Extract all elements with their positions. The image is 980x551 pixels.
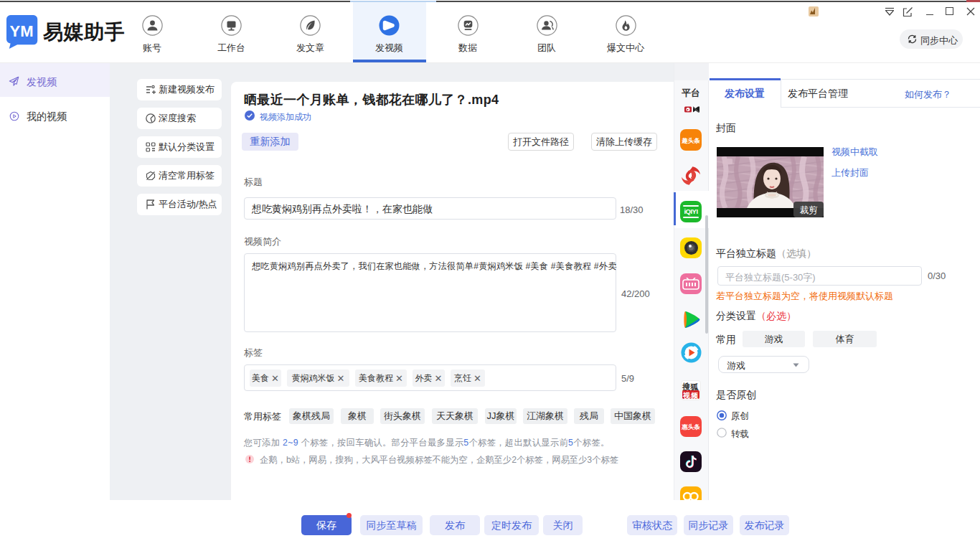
svg-text:YM: YM [10,22,34,40]
svg-text:裁剪: 裁剪 [800,205,819,215]
